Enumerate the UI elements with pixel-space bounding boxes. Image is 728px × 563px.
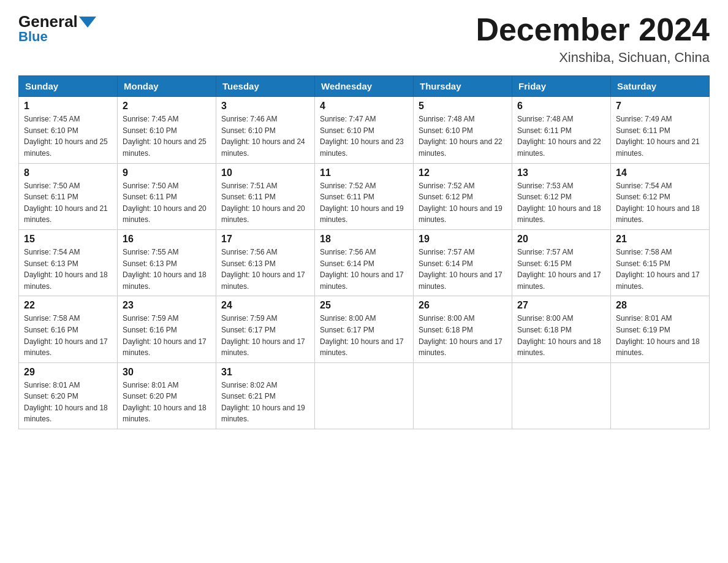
day-number: 11 bbox=[320, 167, 408, 178]
table-cell: 15 Sunrise: 7:54 AMSunset: 6:13 PMDaylig… bbox=[19, 229, 118, 296]
day-number: 28 bbox=[616, 300, 704, 311]
table-cell: 22 Sunrise: 7:58 AMSunset: 6:16 PMDaylig… bbox=[19, 296, 118, 362]
table-cell: 25 Sunrise: 8:00 AMSunset: 6:17 PMDaylig… bbox=[315, 296, 414, 362]
day-number: 8 bbox=[24, 167, 112, 178]
title-block: December 2024 Xinshiba, Sichuan, China bbox=[476, 12, 710, 66]
table-cell: 9 Sunrise: 7:50 AMSunset: 6:11 PMDayligh… bbox=[118, 163, 216, 229]
week-row: 8 Sunrise: 7:50 AMSunset: 6:11 PMDayligh… bbox=[19, 163, 710, 229]
day-info: Sunrise: 7:57 AMSunset: 6:15 PMDaylight:… bbox=[517, 248, 601, 291]
table-cell bbox=[611, 362, 710, 429]
day-number: 16 bbox=[123, 234, 211, 245]
table-cell: 6 Sunrise: 7:48 AMSunset: 6:11 PMDayligh… bbox=[512, 97, 611, 163]
day-number: 14 bbox=[616, 167, 704, 178]
header-row: Sunday Monday Tuesday Wednesday Thursday… bbox=[19, 76, 710, 97]
day-number: 4 bbox=[320, 101, 408, 112]
day-info: Sunrise: 7:48 AMSunset: 6:10 PMDaylight:… bbox=[419, 115, 502, 158]
day-number: 17 bbox=[221, 234, 309, 245]
month-title: December 2024 bbox=[476, 12, 710, 47]
table-cell: 13 Sunrise: 7:53 AMSunset: 6:12 PMDaylig… bbox=[512, 163, 611, 229]
table-cell: 28 Sunrise: 8:01 AMSunset: 6:19 PMDaylig… bbox=[611, 296, 710, 362]
table-cell: 27 Sunrise: 8:00 AMSunset: 6:18 PMDaylig… bbox=[512, 296, 611, 362]
col-sunday: Sunday bbox=[19, 76, 118, 97]
day-info: Sunrise: 7:54 AMSunset: 6:13 PMDaylight:… bbox=[24, 248, 108, 291]
day-number: 9 bbox=[123, 167, 211, 178]
table-cell: 31 Sunrise: 8:02 AMSunset: 6:21 PMDaylig… bbox=[216, 362, 315, 429]
table-cell: 1 Sunrise: 7:45 AMSunset: 6:10 PMDayligh… bbox=[19, 97, 118, 163]
day-info: Sunrise: 7:51 AMSunset: 6:11 PMDaylight:… bbox=[221, 182, 305, 224]
table-cell: 2 Sunrise: 7:45 AMSunset: 6:10 PMDayligh… bbox=[118, 97, 216, 163]
day-info: Sunrise: 7:55 AMSunset: 6:13 PMDaylight:… bbox=[123, 248, 207, 291]
day-number: 6 bbox=[517, 101, 605, 112]
table-cell: 29 Sunrise: 8:01 AMSunset: 6:20 PMDaylig… bbox=[19, 362, 118, 429]
table-cell bbox=[414, 362, 512, 429]
table-cell: 26 Sunrise: 8:00 AMSunset: 6:18 PMDaylig… bbox=[414, 296, 512, 362]
col-thursday: Thursday bbox=[414, 76, 512, 97]
day-info: Sunrise: 7:59 AMSunset: 6:17 PMDaylight:… bbox=[221, 314, 305, 357]
day-number: 25 bbox=[320, 300, 408, 311]
col-monday: Monday bbox=[118, 76, 216, 97]
day-info: Sunrise: 7:57 AMSunset: 6:14 PMDaylight:… bbox=[419, 248, 502, 291]
day-info: Sunrise: 7:49 AMSunset: 6:11 PMDaylight:… bbox=[616, 115, 700, 158]
day-number: 18 bbox=[320, 234, 408, 245]
table-cell: 24 Sunrise: 7:59 AMSunset: 6:17 PMDaylig… bbox=[216, 296, 315, 362]
location-subtitle: Xinshiba, Sichuan, China bbox=[476, 50, 710, 66]
logo: General Blue bbox=[18, 12, 96, 45]
table-cell: 12 Sunrise: 7:52 AMSunset: 6:12 PMDaylig… bbox=[414, 163, 512, 229]
table-cell: 30 Sunrise: 8:01 AMSunset: 6:20 PMDaylig… bbox=[118, 362, 216, 429]
day-info: Sunrise: 7:56 AMSunset: 6:13 PMDaylight:… bbox=[221, 248, 305, 291]
day-info: Sunrise: 8:02 AMSunset: 6:21 PMDaylight:… bbox=[221, 381, 305, 424]
week-row: 29 Sunrise: 8:01 AMSunset: 6:20 PMDaylig… bbox=[19, 362, 710, 429]
table-cell: 19 Sunrise: 7:57 AMSunset: 6:14 PMDaylig… bbox=[414, 229, 512, 296]
day-number: 10 bbox=[221, 167, 309, 178]
table-cell: 4 Sunrise: 7:47 AMSunset: 6:10 PMDayligh… bbox=[315, 97, 414, 163]
day-number: 15 bbox=[24, 234, 112, 245]
table-cell: 3 Sunrise: 7:46 AMSunset: 6:10 PMDayligh… bbox=[216, 97, 315, 163]
table-cell: 17 Sunrise: 7:56 AMSunset: 6:13 PMDaylig… bbox=[216, 229, 315, 296]
day-info: Sunrise: 7:52 AMSunset: 6:11 PMDaylight:… bbox=[320, 182, 404, 224]
table-cell: 7 Sunrise: 7:49 AMSunset: 6:11 PMDayligh… bbox=[611, 97, 710, 163]
day-info: Sunrise: 7:47 AMSunset: 6:10 PMDaylight:… bbox=[320, 115, 404, 158]
table-cell: 16 Sunrise: 7:55 AMSunset: 6:13 PMDaylig… bbox=[118, 229, 216, 296]
day-info: Sunrise: 7:52 AMSunset: 6:12 PMDaylight:… bbox=[419, 182, 502, 224]
week-row: 1 Sunrise: 7:45 AMSunset: 6:10 PMDayligh… bbox=[19, 97, 710, 163]
day-info: Sunrise: 7:59 AMSunset: 6:16 PMDaylight:… bbox=[123, 314, 207, 357]
table-cell: 8 Sunrise: 7:50 AMSunset: 6:11 PMDayligh… bbox=[19, 163, 118, 229]
day-number: 31 bbox=[221, 367, 309, 378]
day-number: 5 bbox=[419, 101, 507, 112]
day-number: 13 bbox=[517, 167, 605, 178]
day-number: 1 bbox=[24, 101, 112, 112]
table-cell: 21 Sunrise: 7:58 AMSunset: 6:15 PMDaylig… bbox=[611, 229, 710, 296]
day-info: Sunrise: 8:00 AMSunset: 6:18 PMDaylight:… bbox=[517, 314, 601, 357]
day-info: Sunrise: 8:01 AMSunset: 6:20 PMDaylight:… bbox=[123, 381, 207, 424]
day-info: Sunrise: 8:01 AMSunset: 6:20 PMDaylight:… bbox=[24, 381, 108, 424]
col-saturday: Saturday bbox=[611, 76, 710, 97]
table-cell: 10 Sunrise: 7:51 AMSunset: 6:11 PMDaylig… bbox=[216, 163, 315, 229]
col-friday: Friday bbox=[512, 76, 611, 97]
day-number: 24 bbox=[221, 300, 309, 311]
day-number: 22 bbox=[24, 300, 112, 311]
day-number: 30 bbox=[123, 367, 211, 378]
day-number: 20 bbox=[517, 234, 605, 245]
day-info: Sunrise: 7:50 AMSunset: 6:11 PMDaylight:… bbox=[24, 182, 108, 224]
day-info: Sunrise: 7:45 AMSunset: 6:10 PMDaylight:… bbox=[123, 115, 207, 158]
day-number: 27 bbox=[517, 300, 605, 311]
table-cell bbox=[315, 362, 414, 429]
day-info: Sunrise: 7:58 AMSunset: 6:15 PMDaylight:… bbox=[616, 248, 700, 291]
day-info: Sunrise: 7:46 AMSunset: 6:10 PMDaylight:… bbox=[221, 115, 305, 158]
day-info: Sunrise: 7:45 AMSunset: 6:10 PMDaylight:… bbox=[24, 115, 108, 158]
table-cell: 18 Sunrise: 7:56 AMSunset: 6:14 PMDaylig… bbox=[315, 229, 414, 296]
day-info: Sunrise: 7:48 AMSunset: 6:11 PMDaylight:… bbox=[517, 115, 601, 158]
day-number: 7 bbox=[616, 101, 704, 112]
day-info: Sunrise: 7:53 AMSunset: 6:12 PMDaylight:… bbox=[517, 182, 601, 224]
col-wednesday: Wednesday bbox=[315, 76, 414, 97]
calendar-table: Sunday Monday Tuesday Wednesday Thursday… bbox=[18, 75, 710, 429]
day-info: Sunrise: 7:50 AMSunset: 6:11 PMDaylight:… bbox=[123, 182, 207, 224]
week-row: 15 Sunrise: 7:54 AMSunset: 6:13 PMDaylig… bbox=[19, 229, 710, 296]
logo-blue-text: Blue bbox=[18, 29, 48, 45]
day-number: 12 bbox=[419, 167, 507, 178]
day-number: 26 bbox=[419, 300, 507, 311]
logo-arrow-icon bbox=[79, 17, 96, 28]
day-number: 23 bbox=[123, 300, 211, 311]
table-cell: 23 Sunrise: 7:59 AMSunset: 6:16 PMDaylig… bbox=[118, 296, 216, 362]
table-cell: 20 Sunrise: 7:57 AMSunset: 6:15 PMDaylig… bbox=[512, 229, 611, 296]
